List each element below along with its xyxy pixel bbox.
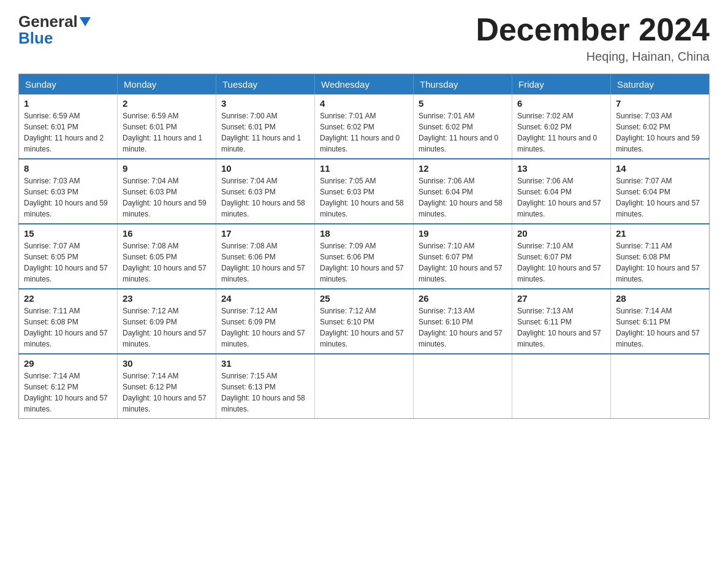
calendar-cell: 31Sunrise: 7:15 AMSunset: 6:13 PMDayligh… xyxy=(216,354,315,419)
day-number: 7 xyxy=(616,98,704,109)
day-number: 5 xyxy=(419,98,507,109)
calendar-cell: 26Sunrise: 7:13 AMSunset: 6:10 PMDayligh… xyxy=(414,289,512,354)
day-info: Sunrise: 7:06 AMSunset: 6:04 PMDaylight:… xyxy=(419,175,507,220)
calendar-cell: 17Sunrise: 7:08 AMSunset: 6:06 PMDayligh… xyxy=(216,224,315,289)
day-number: 21 xyxy=(616,228,704,239)
day-info: Sunrise: 7:03 AMSunset: 6:02 PMDaylight:… xyxy=(616,110,704,155)
calendar-cell xyxy=(611,354,710,419)
day-info: Sunrise: 7:10 AMSunset: 6:07 PMDaylight:… xyxy=(517,240,605,285)
day-number: 1 xyxy=(24,98,112,109)
calendar-cell xyxy=(414,354,512,419)
calendar-cell: 23Sunrise: 7:12 AMSunset: 6:09 PMDayligh… xyxy=(118,289,216,354)
day-info: Sunrise: 6:59 AMSunset: 6:01 PMDaylight:… xyxy=(123,110,211,155)
day-info: Sunrise: 7:04 AMSunset: 6:03 PMDaylight:… xyxy=(221,175,309,220)
column-header-thursday: Thursday xyxy=(414,74,512,95)
calendar-header-row: SundayMondayTuesdayWednesdayThursdayFrid… xyxy=(19,74,710,95)
calendar-cell: 9Sunrise: 7:04 AMSunset: 6:03 PMDaylight… xyxy=(118,159,216,224)
day-info: Sunrise: 7:03 AMSunset: 6:03 PMDaylight:… xyxy=(24,175,112,220)
day-info: Sunrise: 7:14 AMSunset: 6:12 PMDaylight:… xyxy=(123,370,211,415)
day-info: Sunrise: 7:07 AMSunset: 6:05 PMDaylight:… xyxy=(24,240,112,285)
day-info: Sunrise: 7:12 AMSunset: 6:09 PMDaylight:… xyxy=(123,305,211,350)
day-info: Sunrise: 7:12 AMSunset: 6:10 PMDaylight:… xyxy=(320,305,408,350)
day-number: 19 xyxy=(419,228,507,239)
column-header-wednesday: Wednesday xyxy=(315,74,414,95)
day-info: Sunrise: 7:08 AMSunset: 6:05 PMDaylight:… xyxy=(123,240,211,285)
day-number: 9 xyxy=(123,163,211,174)
day-number: 20 xyxy=(517,228,605,239)
day-number: 6 xyxy=(517,98,605,109)
day-info: Sunrise: 7:06 AMSunset: 6:04 PMDaylight:… xyxy=(517,175,605,220)
day-number: 26 xyxy=(419,293,507,304)
calendar-cell: 3Sunrise: 7:00 AMSunset: 6:01 PMDaylight… xyxy=(216,94,315,159)
calendar-cell: 19Sunrise: 7:10 AMSunset: 6:07 PMDayligh… xyxy=(414,224,512,289)
calendar-cell: 30Sunrise: 7:14 AMSunset: 6:12 PMDayligh… xyxy=(118,354,216,419)
logo: General Blue xyxy=(18,12,91,48)
day-info: Sunrise: 7:09 AMSunset: 6:06 PMDaylight:… xyxy=(320,240,408,285)
calendar-cell: 18Sunrise: 7:09 AMSunset: 6:06 PMDayligh… xyxy=(315,224,414,289)
column-header-friday: Friday xyxy=(512,74,611,95)
calendar-cell: 15Sunrise: 7:07 AMSunset: 6:05 PMDayligh… xyxy=(19,224,118,289)
day-number: 4 xyxy=(320,98,408,109)
calendar-cell: 1Sunrise: 6:59 AMSunset: 6:01 PMDaylight… xyxy=(19,94,118,159)
calendar-week-row: 22Sunrise: 7:11 AMSunset: 6:08 PMDayligh… xyxy=(19,289,710,354)
day-info: Sunrise: 7:01 AMSunset: 6:02 PMDaylight:… xyxy=(419,110,507,155)
calendar-cell: 10Sunrise: 7:04 AMSunset: 6:03 PMDayligh… xyxy=(216,159,315,224)
calendar-cell: 8Sunrise: 7:03 AMSunset: 6:03 PMDaylight… xyxy=(19,159,118,224)
day-info: Sunrise: 7:08 AMSunset: 6:06 PMDaylight:… xyxy=(221,240,309,285)
calendar-cell: 25Sunrise: 7:12 AMSunset: 6:10 PMDayligh… xyxy=(315,289,414,354)
day-info: Sunrise: 7:07 AMSunset: 6:04 PMDaylight:… xyxy=(616,175,704,220)
day-info: Sunrise: 7:10 AMSunset: 6:07 PMDaylight:… xyxy=(419,240,507,285)
day-number: 2 xyxy=(123,98,211,109)
day-info: Sunrise: 7:05 AMSunset: 6:03 PMDaylight:… xyxy=(320,175,408,220)
day-number: 31 xyxy=(221,358,309,369)
calendar-cell: 4Sunrise: 7:01 AMSunset: 6:02 PMDaylight… xyxy=(315,94,414,159)
day-number: 15 xyxy=(24,228,112,239)
calendar-subtitle: Heqing, Hainan, China xyxy=(476,50,710,64)
calendar-table: SundayMondayTuesdayWednesdayThursdayFrid… xyxy=(18,74,710,419)
day-info: Sunrise: 7:04 AMSunset: 6:03 PMDaylight:… xyxy=(123,175,211,220)
calendar-cell: 7Sunrise: 7:03 AMSunset: 6:02 PMDaylight… xyxy=(611,94,710,159)
calendar-cell: 21Sunrise: 7:11 AMSunset: 6:08 PMDayligh… xyxy=(611,224,710,289)
day-number: 10 xyxy=(221,163,309,174)
calendar-week-row: 1Sunrise: 6:59 AMSunset: 6:01 PMDaylight… xyxy=(19,94,710,159)
day-info: Sunrise: 7:01 AMSunset: 6:02 PMDaylight:… xyxy=(320,110,408,155)
calendar-cell: 12Sunrise: 7:06 AMSunset: 6:04 PMDayligh… xyxy=(414,159,512,224)
day-info: Sunrise: 7:02 AMSunset: 6:02 PMDaylight:… xyxy=(517,110,605,155)
column-header-monday: Monday xyxy=(118,74,216,95)
day-info: Sunrise: 6:59 AMSunset: 6:01 PMDaylight:… xyxy=(24,110,112,155)
calendar-cell: 5Sunrise: 7:01 AMSunset: 6:02 PMDaylight… xyxy=(414,94,512,159)
day-info: Sunrise: 7:14 AMSunset: 6:12 PMDaylight:… xyxy=(24,370,112,415)
calendar-cell xyxy=(315,354,414,419)
calendar-cell: 24Sunrise: 7:12 AMSunset: 6:09 PMDayligh… xyxy=(216,289,315,354)
page-header: General Blue December 2024 Heqing, Haina… xyxy=(18,12,710,64)
day-info: Sunrise: 7:13 AMSunset: 6:11 PMDaylight:… xyxy=(517,305,605,350)
day-number: 25 xyxy=(320,293,408,304)
day-number: 12 xyxy=(419,163,507,174)
day-number: 3 xyxy=(221,98,309,109)
day-number: 24 xyxy=(221,293,309,304)
day-info: Sunrise: 7:13 AMSunset: 6:10 PMDaylight:… xyxy=(419,305,507,350)
calendar-cell: 27Sunrise: 7:13 AMSunset: 6:11 PMDayligh… xyxy=(512,289,611,354)
calendar-cell: 29Sunrise: 7:14 AMSunset: 6:12 PMDayligh… xyxy=(19,354,118,419)
day-info: Sunrise: 7:12 AMSunset: 6:09 PMDaylight:… xyxy=(221,305,309,350)
day-number: 28 xyxy=(616,293,704,304)
day-info: Sunrise: 7:11 AMSunset: 6:08 PMDaylight:… xyxy=(24,305,112,350)
calendar-cell: 28Sunrise: 7:14 AMSunset: 6:11 PMDayligh… xyxy=(611,289,710,354)
day-info: Sunrise: 7:14 AMSunset: 6:11 PMDaylight:… xyxy=(616,305,704,350)
day-info: Sunrise: 7:15 AMSunset: 6:13 PMDaylight:… xyxy=(221,370,309,415)
calendar-week-row: 8Sunrise: 7:03 AMSunset: 6:03 PMDaylight… xyxy=(19,159,710,224)
calendar-cell: 6Sunrise: 7:02 AMSunset: 6:02 PMDaylight… xyxy=(512,94,611,159)
day-number: 22 xyxy=(24,293,112,304)
day-number: 16 xyxy=(123,228,211,239)
calendar-cell: 16Sunrise: 7:08 AMSunset: 6:05 PMDayligh… xyxy=(118,224,216,289)
calendar-title-area: December 2024 Heqing, Hainan, China xyxy=(476,12,710,64)
day-number: 29 xyxy=(24,358,112,369)
logo-triangle-icon xyxy=(80,17,91,26)
day-number: 27 xyxy=(517,293,605,304)
day-number: 13 xyxy=(517,163,605,174)
calendar-cell: 11Sunrise: 7:05 AMSunset: 6:03 PMDayligh… xyxy=(315,159,414,224)
calendar-cell: 22Sunrise: 7:11 AMSunset: 6:08 PMDayligh… xyxy=(19,289,118,354)
calendar-week-row: 29Sunrise: 7:14 AMSunset: 6:12 PMDayligh… xyxy=(19,354,710,419)
column-header-sunday: Sunday xyxy=(19,74,118,95)
column-header-saturday: Saturday xyxy=(611,74,710,95)
